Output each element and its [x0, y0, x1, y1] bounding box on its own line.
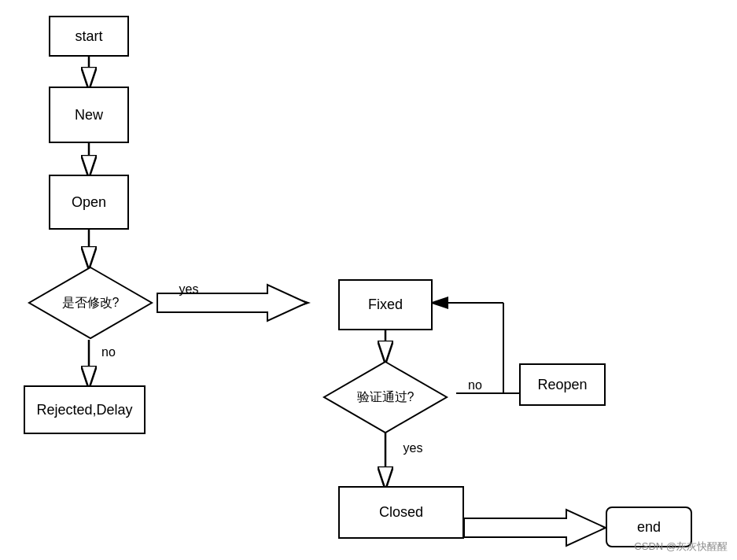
decision2-label: 验证通过?: [357, 389, 415, 406]
new-label: New: [75, 107, 103, 123]
open-node: Open: [49, 175, 129, 230]
closed-node: Closed: [338, 486, 464, 539]
closed-label: Closed: [379, 504, 423, 521]
start-label: start: [75, 28, 102, 45]
decision1-node: 是否修改?: [28, 266, 153, 340]
end-label: end: [637, 519, 661, 536]
fixed-node: Fixed: [338, 279, 433, 330]
watermark: CSDN @灰灰快醒醒: [634, 540, 728, 554]
svg-marker-14: [464, 510, 606, 546]
start-node: start: [49, 16, 129, 57]
decision1-label: 是否修改?: [62, 295, 120, 311]
yes-label: yes: [169, 280, 208, 299]
rejected-label: Rejected,Delay: [36, 402, 132, 418]
fixed-label: Fixed: [368, 297, 403, 313]
flowchart-diagram: start New Open 是否修改? yes no Fixed Reopen…: [0, 0, 737, 560]
decision2-node: 验证通过?: [322, 360, 448, 434]
open-label: Open: [72, 194, 106, 211]
reopen-node: Reopen: [519, 363, 606, 406]
yes2-label: yes: [393, 439, 433, 458]
new-node: New: [49, 87, 129, 143]
reopen-label: Reopen: [537, 377, 587, 393]
rejected-node: Rejected,Delay: [24, 385, 146, 434]
no2-label: no: [459, 376, 491, 395]
no1-label: no: [93, 343, 124, 362]
